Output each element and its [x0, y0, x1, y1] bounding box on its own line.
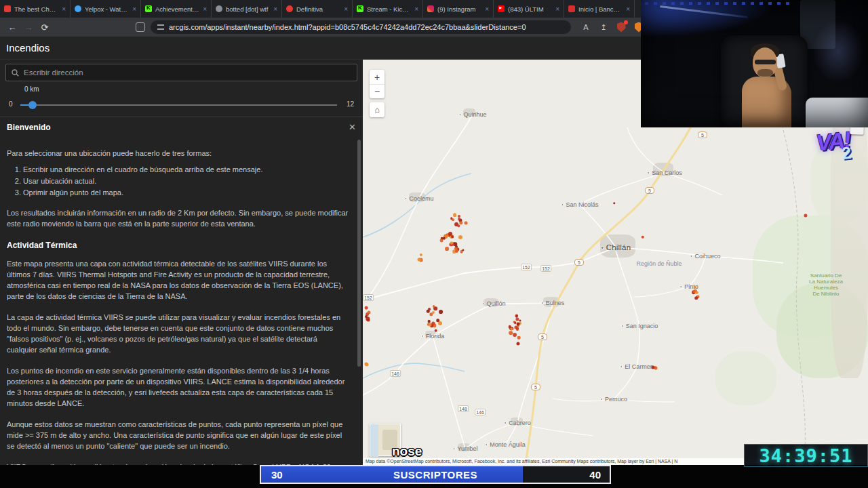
left-panel: Escribir dirección 0 km 0 12 Bienvenido … [0, 60, 363, 465]
fire-hotspot[interactable] [513, 333, 517, 337]
route-shield: 5 [698, 131, 707, 138]
fire-hotspot[interactable] [517, 336, 521, 340]
map-label-town: Coelemu [404, 195, 433, 202]
share-icon[interactable]: ↥ [598, 22, 609, 33]
tab-close-icon[interactable]: × [485, 5, 489, 13]
browser-tab[interactable]: botted [dot] wtf× [212, 0, 282, 18]
shield-extension-icon[interactable] [616, 22, 627, 33]
fire-hotspot[interactable] [514, 321, 517, 324]
town-marker [404, 197, 407, 200]
map-label-town: Monte Águila [485, 441, 526, 448]
route-shield: 146 [390, 370, 401, 377]
fire-hotspot[interactable] [519, 320, 521, 322]
map-label-town: Cabrero [504, 420, 531, 426]
search-input[interactable]: Escribir dirección [5, 64, 357, 81]
yelpox-favicon-icon [75, 5, 81, 12]
route-shield: 5 [531, 384, 540, 390]
banco-favicon-icon [568, 5, 575, 12]
description-paragraph: Aunque estos datos se muestran como cara… [7, 419, 349, 451]
map-label-city: Chillán [601, 243, 631, 251]
inset-sea [370, 424, 378, 457]
fire-hotspot[interactable] [433, 306, 435, 308]
close-icon[interactable]: ✕ [349, 122, 356, 132]
description-paragraph: Este mapa presenta una capa con activida… [7, 258, 349, 302]
route-shield: 152 [521, 264, 532, 270]
back-button[interactable]: ← [5, 20, 19, 34]
fire-hotspot[interactable] [458, 235, 462, 239]
fire-hotspot[interactable] [445, 247, 449, 251]
welcome-panel-body: Para seleccionar una ubicación puede hac… [0, 141, 356, 465]
notification-badge [624, 20, 628, 24]
browser-tab[interactable]: Achievements - Kic× [141, 0, 212, 18]
home-button[interactable]: ⌂ [370, 102, 384, 117]
kick-favicon-icon [145, 5, 152, 12]
tab-title: Stream - Kick D [367, 5, 411, 13]
browser-tab[interactable]: (843) ÚLTIM× [494, 0, 564, 18]
tab-close-icon[interactable]: × [132, 5, 136, 13]
scrollbar-thumb[interactable] [357, 140, 361, 367]
fire-hotspot[interactable] [694, 296, 698, 300]
stream-timer: 34:39:51 [744, 444, 868, 467]
slider-handle[interactable] [28, 101, 37, 109]
fire-hotspot[interactable] [439, 310, 443, 314]
place-name: Monte Águila [490, 441, 526, 448]
forward-button[interactable]: → [22, 20, 35, 34]
reload-button[interactable]: ⟳ [38, 20, 52, 34]
fire-hotspot[interactable] [453, 213, 457, 217]
fire-hotspot[interactable] [434, 329, 437, 332]
address-bar[interactable]: arcgis.com/apps/instant/nearby/index.htm… [151, 20, 571, 34]
fire-hotspot[interactable] [438, 321, 442, 325]
page-title: Incendios [6, 42, 50, 54]
tab-close-icon[interactable]: × [62, 5, 66, 13]
browser-tab[interactable]: The best ChatBot a× [0, 0, 71, 18]
map-label-park: Santuario De La Naturaleza Huemules De N… [809, 272, 843, 297]
vignette [641, 0, 868, 127]
fire-hotspot[interactable] [516, 323, 519, 326]
place-name: Pemuco [605, 396, 627, 403]
slider-track[interactable] [20, 104, 337, 106]
map-label-town: Quirihue [458, 111, 486, 118]
tab-close-icon[interactable]: × [344, 5, 348, 13]
browser-tab[interactable]: (9) Instagram× [423, 0, 494, 18]
tab-close-icon[interactable]: × [555, 5, 559, 13]
zoom-in-button[interactable]: + [370, 70, 384, 84]
fire-hotspot[interactable] [428, 308, 431, 310]
translate-icon[interactable]: A [580, 22, 591, 33]
browser-tab[interactable]: Stream - Kick D× [353, 0, 423, 18]
town-marker [679, 285, 682, 288]
welcome-radius-note: Los resultados incluirán información en … [7, 207, 349, 229]
tab-title: botted [dot] wtf [226, 5, 270, 13]
instagram-favicon-icon [427, 5, 434, 12]
search-placeholder: Escribir dirección [24, 68, 83, 77]
tab-title: (843) ÚLTIM [508, 5, 552, 13]
browser-tab[interactable]: Definitiva× [282, 0, 353, 18]
fire-hotspot[interactable] [428, 323, 431, 326]
browser-tab[interactable]: Yelpox - Watch the× [71, 0, 141, 18]
fire-hotspot[interactable] [465, 221, 468, 224]
town-marker [485, 443, 488, 446]
map-label-town: San Nicolás [561, 201, 598, 208]
map-label-town: Coihueco [690, 253, 720, 260]
map-label-town: Pemuco [600, 396, 627, 403]
tab-title: The best ChatBot a [14, 5, 58, 13]
tab-close-icon[interactable]: × [414, 5, 418, 13]
tab-close-icon[interactable]: × [203, 5, 207, 13]
fire-hotspot[interactable] [694, 286, 696, 289]
webcam-overlay [641, 0, 868, 127]
fire-hotspot[interactable] [448, 232, 452, 236]
place-name: San Ignacio [626, 323, 658, 329]
tab-close-icon[interactable]: × [273, 5, 277, 13]
fire-hotspot[interactable] [455, 249, 458, 253]
zoom-out-button[interactable]: − [370, 84, 384, 98]
town-marker [690, 255, 692, 258]
description-paragraph: Los puntos de incendio en este servicio … [7, 365, 349, 409]
section-title: Actividad Térmica [7, 240, 349, 251]
tab-close-icon[interactable]: × [626, 5, 630, 13]
town-marker [481, 302, 484, 305]
browser-tab[interactable]: Inicio | BancoEstad× [564, 0, 635, 18]
place-name: Bulnes [546, 300, 565, 306]
town-marker [620, 365, 623, 368]
side-panel-icon[interactable] [136, 22, 145, 32]
site-settings-icon[interactable] [157, 24, 164, 30]
fire-hotspot[interactable] [365, 306, 368, 310]
